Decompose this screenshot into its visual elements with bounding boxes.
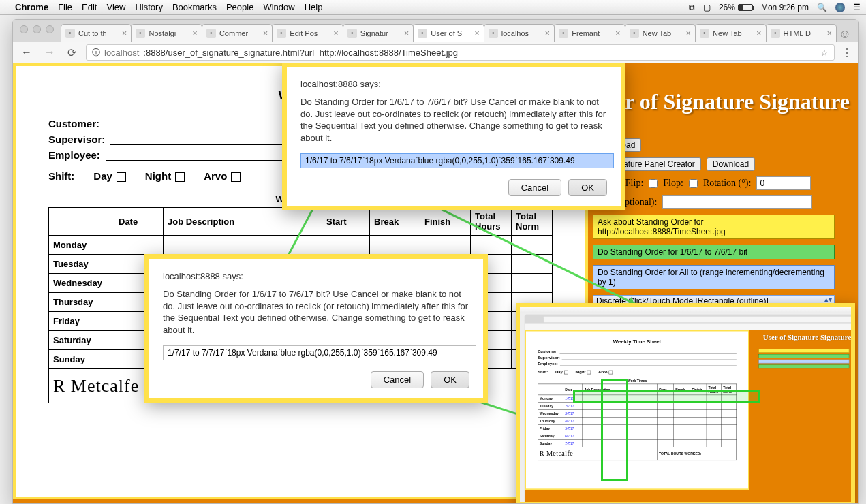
page-content: ser of Signature Signature Download w Si… bbox=[13, 63, 858, 503]
dialog2-host: localhost:8888 says: bbox=[163, 271, 469, 281]
table-header bbox=[49, 208, 114, 236]
tab-close-icon[interactable]: × bbox=[192, 28, 198, 38]
browser-tab[interactable]: ∘Edit Pos× bbox=[272, 24, 343, 42]
back-button[interactable]: ← bbox=[18, 46, 35, 59]
tab-label: New Tab bbox=[713, 29, 753, 37]
browser-tab[interactable]: ∘Cut to th× bbox=[61, 24, 132, 42]
tab-label: Edit Pos bbox=[290, 29, 330, 37]
site-info-icon[interactable]: ⓘ bbox=[92, 47, 100, 59]
menu-window[interactable]: Window bbox=[263, 2, 294, 12]
address-bar[interactable]: ⓘ localhost:8888/user_of_signature_signa… bbox=[86, 44, 835, 61]
favicon-icon: ∘ bbox=[277, 29, 286, 38]
profile-avatar-icon[interactable]: ☺ bbox=[836, 27, 854, 42]
tab-close-icon[interactable]: × bbox=[474, 28, 480, 38]
url-path: :8888/user_of_signature_signature.html?u… bbox=[143, 48, 458, 58]
flop-checkbox[interactable] bbox=[689, 179, 698, 188]
tab-label: Fremant bbox=[572, 29, 612, 37]
app-name[interactable]: Chrome bbox=[15, 2, 48, 12]
wifi-icon[interactable]: ⧉ bbox=[689, 3, 695, 12]
favicon-icon: ∘ bbox=[489, 29, 498, 38]
browser-tab[interactable]: ∘localhos× bbox=[484, 24, 555, 42]
menu-view[interactable]: View bbox=[106, 2, 125, 12]
dialog1-host: localhost:8888 says: bbox=[300, 79, 607, 89]
banner-ask-standing-order[interactable]: Ask about Standing Order for http://loca… bbox=[593, 215, 835, 239]
table-header bbox=[538, 384, 563, 395]
shift-label: Shift: bbox=[48, 170, 74, 182]
page-title: ser of Signature Signature bbox=[607, 89, 850, 114]
tab-close-icon[interactable]: × bbox=[685, 28, 691, 38]
tab-close-icon[interactable]: × bbox=[122, 28, 127, 38]
menu-edit[interactable]: Edit bbox=[82, 2, 97, 12]
table-header: Break bbox=[370, 208, 420, 236]
browser-tab[interactable]: ∘User of S× bbox=[413, 24, 484, 42]
menu-bookmarks[interactable]: Bookmarks bbox=[172, 2, 217, 12]
browser-tab[interactable]: ∘Signatur× bbox=[343, 24, 414, 42]
browser-tab[interactable]: ∘Commer× bbox=[202, 24, 273, 42]
favicon-icon: ∘ bbox=[347, 29, 357, 38]
forward-button[interactable]: → bbox=[42, 46, 58, 59]
flip-checkbox[interactable] bbox=[649, 179, 658, 188]
browser-toolbar: ← → ⟳ ⓘ localhost:8888/user_of_signature… bbox=[13, 42, 858, 63]
spotlight-icon[interactable]: 🔍 bbox=[817, 3, 827, 12]
menu-people[interactable]: People bbox=[226, 2, 253, 12]
battery-status[interactable]: 26% bbox=[719, 3, 753, 12]
dialog2-ok-button[interactable]: OK bbox=[431, 371, 469, 388]
supervisor-label: Supervisor: bbox=[48, 133, 105, 145]
js-prompt-dialog-2: localhost:8888 says: Do Standing Order f… bbox=[144, 254, 488, 403]
download-button-2[interactable]: Download bbox=[707, 157, 755, 171]
right-controls: Download w Signature Panel Creator Downl… bbox=[593, 138, 835, 307]
dialog1-ok-button[interactable]: OK bbox=[568, 179, 607, 196]
table-header: Start bbox=[322, 208, 370, 236]
tab-label: Cut to th bbox=[78, 29, 119, 37]
rotation-input[interactable] bbox=[756, 176, 811, 190]
favicon-icon: ∘ bbox=[65, 29, 75, 38]
browser-tab[interactable]: ∘Fremant× bbox=[554, 24, 625, 42]
browser-tab[interactable]: ∘New Tab× bbox=[625, 24, 696, 42]
dialog1-input[interactable] bbox=[300, 153, 614, 168]
email-input[interactable] bbox=[662, 195, 812, 209]
banner-do-standing-order[interactable]: Do Standing Order for 1/6/17 to 7/6/17 b… bbox=[593, 245, 835, 259]
favicon-icon: ∘ bbox=[630, 29, 639, 38]
table-header: Date bbox=[114, 208, 164, 236]
menu-extras-icon[interactable]: ☰ bbox=[853, 3, 861, 12]
customer-label: Customer: bbox=[48, 118, 99, 129]
airplay-icon[interactable]: ▢ bbox=[703, 3, 711, 12]
tab-label: User of S bbox=[431, 29, 471, 37]
tab-close-icon[interactable]: × bbox=[826, 28, 832, 38]
reload-button[interactable]: ⟳ bbox=[65, 46, 79, 59]
favicon-icon: ∘ bbox=[700, 29, 709, 38]
tab-close-icon[interactable]: × bbox=[615, 28, 621, 38]
browser-tab[interactable]: ∘Nostalgi× bbox=[131, 24, 202, 42]
shift-night-box bbox=[175, 172, 185, 182]
table-header: Job Description bbox=[164, 208, 322, 236]
tab-close-icon[interactable]: × bbox=[545, 28, 551, 38]
window-traffic-lights[interactable] bbox=[20, 25, 54, 33]
browser-window: ∘Cut to th×∘Nostalgi×∘Commer×∘Edit Pos×∘… bbox=[12, 19, 859, 504]
banner-do-all[interactable]: Do Standing Order for All to (range incr… bbox=[593, 265, 835, 289]
table-header: Total Hours bbox=[471, 208, 512, 236]
dialog1-cancel-button[interactable]: Cancel bbox=[508, 179, 561, 196]
js-prompt-dialog-1: localhost:8888 says: Do Standing Order f… bbox=[282, 63, 625, 210]
employee-label: Employee: bbox=[48, 149, 100, 161]
table-row: Monday bbox=[49, 236, 553, 255]
browser-tab[interactable]: ∘HTML D× bbox=[766, 24, 837, 42]
dialog2-cancel-button[interactable]: Cancel bbox=[371, 371, 424, 388]
clock[interactable]: Mon 9:26 pm bbox=[761, 3, 809, 12]
favicon-icon: ∘ bbox=[771, 29, 780, 38]
favicon-icon: ∘ bbox=[206, 29, 216, 38]
dialog2-input[interactable] bbox=[163, 345, 476, 360]
table-header: Total Norm bbox=[512, 208, 553, 236]
browser-tab[interactable]: ∘New Tab× bbox=[695, 24, 766, 42]
menu-file[interactable]: File bbox=[58, 2, 72, 12]
bookmark-star-icon[interactable]: ☆ bbox=[820, 48, 829, 58]
chrome-menu-icon[interactable]: ⋮ bbox=[841, 46, 852, 59]
siri-icon[interactable] bbox=[835, 3, 845, 12]
tab-close-icon[interactable]: × bbox=[756, 28, 762, 38]
tab-close-icon[interactable]: × bbox=[263, 28, 268, 38]
tab-label: HTML D bbox=[784, 29, 824, 37]
tab-close-icon[interactable]: × bbox=[333, 28, 339, 38]
menu-help[interactable]: Help bbox=[305, 2, 323, 12]
menu-history[interactable]: History bbox=[135, 2, 162, 12]
url-host: localhost bbox=[104, 48, 139, 58]
tab-close-icon[interactable]: × bbox=[404, 28, 409, 38]
